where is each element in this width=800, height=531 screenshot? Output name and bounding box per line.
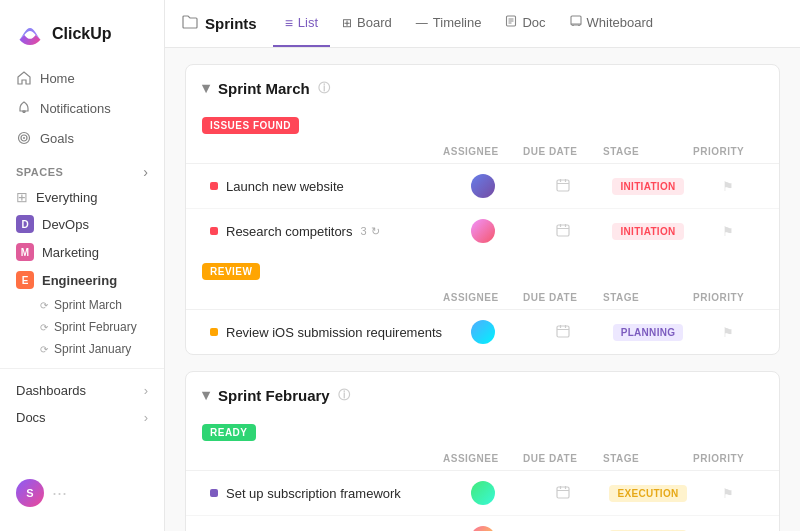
due-date-cell[interactable]: [523, 223, 603, 240]
priority-col-header: PRIORITY: [693, 146, 763, 157]
stage-badge: PLANNING: [613, 324, 684, 341]
sidebar-item-sprint-january[interactable]: ⟳ Sprint January: [32, 338, 156, 360]
avatar: [471, 174, 495, 198]
sprint-february-label: Sprint February: [54, 320, 137, 334]
tab-timeline[interactable]: — Timeline: [404, 1, 494, 46]
sidebar-item-marketing[interactable]: M Marketing: [8, 238, 156, 266]
sidebar-item-engineering[interactable]: E Engineering: [8, 266, 156, 294]
task-label: Research competitors: [226, 224, 352, 239]
sidebar-item-home[interactable]: Home: [8, 64, 156, 92]
col-headers-review: ASSIGNEE DUE DATE STAGE PRIORITY: [186, 286, 779, 310]
whiteboard-tab-icon: [570, 15, 582, 30]
sprint-february-title: Sprint February: [218, 387, 330, 404]
ready-badge: READY: [202, 424, 256, 441]
user-avatar[interactable]: S: [16, 479, 44, 507]
list-tab-icon: ≡: [285, 15, 293, 31]
table-row[interactable]: Launch new website INITIATION ⚑: [186, 164, 779, 209]
review-group: REVIEW ASSIGNEE DUE DATE STAGE PRIORITY …: [186, 257, 779, 354]
table-row[interactable]: Research competitors 3 ↻: [186, 209, 779, 253]
devops-label: DevOps: [42, 217, 89, 232]
goals-label: Goals: [40, 131, 74, 146]
avatar: [471, 481, 495, 505]
devops-badge: D: [16, 215, 34, 233]
engineering-badge: E: [16, 271, 34, 289]
doc-tab-icon: [505, 15, 517, 30]
sidebar-item-sprint-march[interactable]: ⟳ Sprint March: [32, 294, 156, 316]
sidebar-item-devops[interactable]: D DevOps: [8, 210, 156, 238]
sidebar-item-everything[interactable]: ⊞ Everything: [8, 184, 156, 210]
sprint-march-header[interactable]: ▾ Sprint March ⓘ: [186, 65, 779, 111]
main-header: Sprints ≡ List ⊞ Board — Timeline Doc: [165, 0, 800, 48]
assignee-cell: [443, 481, 523, 505]
folder-icon: [181, 13, 199, 35]
flag-icon[interactable]: ⚑: [722, 486, 734, 501]
flag-icon[interactable]: ⚑: [722, 179, 734, 194]
calendar-icon[interactable]: [556, 324, 570, 341]
table-row[interactable]: Review iOS submission requirements PLANN…: [186, 310, 779, 354]
calendar-icon[interactable]: [556, 223, 570, 240]
sprint-february-section: ▾ Sprint February ⓘ READY ASSIGNEE DUE D…: [185, 371, 780, 531]
bottom-nav: Dashboards › Docs ›: [0, 368, 164, 431]
svg-rect-23: [557, 326, 569, 337]
ready-group: READY ASSIGNEE DUE DATE STAGE PRIORITY S…: [186, 418, 779, 531]
assignee-cell: [443, 219, 523, 243]
stage-cell: PLANNING: [603, 324, 693, 341]
avatar: [471, 526, 495, 531]
sprint-march-title: Sprint March: [218, 80, 310, 97]
calendar-icon[interactable]: [556, 485, 570, 502]
table-row[interactable]: Set up subscription framework EXECUTION: [186, 471, 779, 516]
task-name: Launch new website: [210, 179, 443, 194]
docs-label: Docs: [16, 410, 46, 425]
app-name: ClickUp: [52, 25, 112, 43]
task-label: Set up subscription framework: [226, 486, 401, 501]
sidebar-item-dashboards[interactable]: Dashboards ›: [8, 377, 156, 404]
stage-col-header: STAGE: [603, 292, 693, 303]
avatar: [471, 219, 495, 243]
flag-icon[interactable]: ⚑: [722, 325, 734, 340]
assignee-cell: [443, 174, 523, 198]
stage-cell: INITIATION: [603, 178, 693, 195]
doc-tab-label: Doc: [522, 15, 545, 30]
sprint-february-header[interactable]: ▾ Sprint February ⓘ: [186, 372, 779, 418]
spaces-chevron-icon[interactable]: ›: [143, 164, 148, 180]
stage-col-header: STAGE: [603, 146, 693, 157]
priority-cell[interactable]: ⚑: [693, 224, 763, 239]
ready-header: READY: [186, 418, 779, 447]
avatar: [471, 320, 495, 344]
sprint-feb-chevron-icon: ▾: [202, 386, 210, 404]
tab-list[interactable]: ≡ List: [273, 1, 330, 47]
list-tab-label: List: [298, 15, 318, 30]
clickup-logo-icon: [16, 20, 44, 48]
everything-label: Everything: [36, 190, 97, 205]
tab-bar: ≡ List ⊞ Board — Timeline Doc: [273, 1, 665, 47]
task-label: Review iOS submission requirements: [226, 325, 442, 340]
issues-found-header: ISSUES FOUND: [186, 111, 779, 140]
sidebar-item-goals[interactable]: Goals: [8, 124, 156, 152]
assignee-col-header: ASSIGNEE: [443, 453, 523, 464]
issues-found-badge: ISSUES FOUND: [202, 117, 299, 134]
table-row[interactable]: Add bundle pricing progress bar 5 📎: [186, 516, 779, 531]
calendar-icon[interactable]: [556, 178, 570, 195]
flag-icon[interactable]: ⚑: [722, 224, 734, 239]
whiteboard-tab-label: Whiteboard: [587, 15, 653, 30]
tab-doc[interactable]: Doc: [493, 1, 557, 46]
svg-rect-19: [557, 225, 569, 236]
assignee-col-header: ASSIGNEE: [443, 146, 523, 157]
more-icon[interactable]: ···: [52, 483, 67, 504]
sidebar-item-notifications[interactable]: Notifications: [8, 94, 156, 122]
assignee-cell: [443, 526, 523, 531]
due-date-cell[interactable]: [523, 324, 603, 341]
review-badge: REVIEW: [202, 263, 260, 280]
priority-cell[interactable]: ⚑: [693, 325, 763, 340]
sidebar-item-sprint-february[interactable]: ⟳ Sprint February: [32, 316, 156, 338]
due-date-cell[interactable]: [523, 485, 603, 502]
priority-cell[interactable]: ⚑: [693, 179, 763, 194]
assignee-col-header: ASSIGNEE: [443, 292, 523, 303]
tab-board[interactable]: ⊞ Board: [330, 1, 404, 46]
priority-cell[interactable]: ⚑: [693, 486, 763, 501]
tab-whiteboard[interactable]: Whiteboard: [558, 1, 665, 46]
stage-badge: INITIATION: [612, 178, 683, 195]
svg-rect-15: [557, 180, 569, 191]
due-date-cell[interactable]: [523, 178, 603, 195]
sidebar-item-docs[interactable]: Docs ›: [8, 404, 156, 431]
